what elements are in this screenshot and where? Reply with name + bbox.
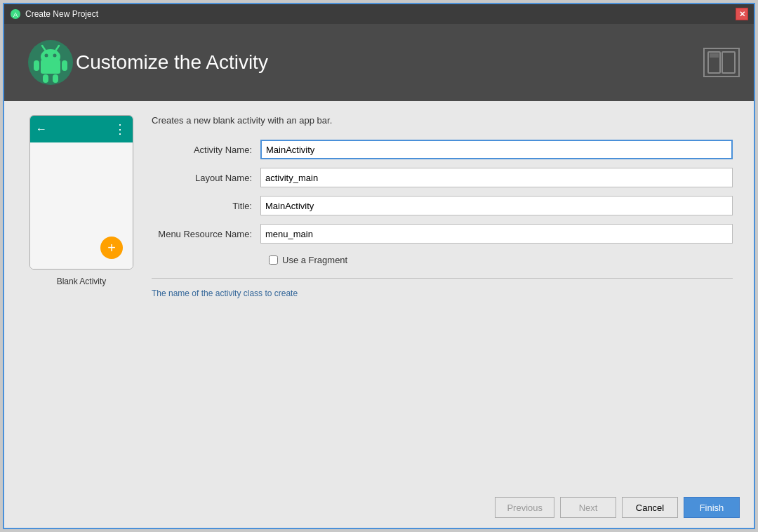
title-label: Title: [152, 201, 260, 211]
activity-name-row: Activity Name: [152, 140, 733, 159]
menu-resource-label: Menu Resource Name: [152, 229, 260, 239]
android-logo [25, 37, 76, 88]
previous-button[interactable]: Previous [495, 497, 554, 518]
header: Customize the Activity [4, 24, 754, 101]
svg-point-6 [53, 54, 57, 58]
use-fragment-checkbox[interactable] [269, 255, 278, 265]
svg-rect-15 [710, 53, 719, 58]
title-row: Title: [152, 196, 733, 215]
form-section: Creates a new blank activity with an app… [152, 115, 733, 483]
activity-name-label: Activity Name: [152, 145, 260, 155]
phone-preview: ← ⋮ + [29, 115, 133, 270]
finish-button[interactable]: Finish [684, 497, 740, 518]
close-button[interactable]: ✕ [736, 8, 748, 20]
phone-body: + [30, 142, 133, 269]
svg-rect-10 [62, 60, 67, 71]
fab-button: + [100, 237, 123, 259]
cancel-button[interactable]: Cancel [622, 497, 678, 518]
main-area: ← ⋮ + Blank Activity Creates a new blank… [25, 115, 733, 483]
title-input[interactable] [260, 196, 733, 215]
helper-text: The name of the activity class to create [152, 288, 733, 298]
svg-rect-9 [34, 60, 39, 71]
fragment-checkbox-row: Use a Fragment [269, 255, 733, 265]
back-icon: ← [36, 123, 47, 135]
svg-rect-4 [41, 60, 60, 74]
svg-rect-11 [43, 74, 48, 83]
svg-text:A: A [13, 11, 18, 18]
layout-name-input[interactable] [260, 168, 733, 187]
phone-toolbar: ← ⋮ [30, 116, 133, 142]
description-text: Creates a new blank activity with an app… [152, 115, 733, 126]
svg-point-5 [45, 54, 48, 58]
preview-section: ← ⋮ + Blank Activity [25, 115, 138, 483]
title-bar: A Create New Project ✕ [4, 4, 754, 24]
layout-name-label: Layout Name: [152, 173, 260, 183]
content-area: ← ⋮ + Blank Activity Creates a new blank… [4, 101, 754, 490]
svg-rect-14 [722, 52, 735, 73]
layout-name-row: Layout Name: [152, 168, 733, 187]
activity-name-input[interactable] [260, 140, 733, 159]
app-icon: A [10, 8, 21, 20]
footer: Previous Next Cancel Finish [4, 490, 754, 528]
svg-rect-12 [53, 74, 58, 83]
page-title: Customize the Activity [76, 51, 268, 74]
window-title: Create New Project [25, 9, 736, 19]
layout-icon [703, 48, 740, 77]
menu-resource-row: Menu Resource Name: [152, 224, 733, 244]
next-button[interactable]: Next [560, 497, 616, 518]
main-window: A Create New Project ✕ [3, 3, 755, 529]
preview-label: Blank Activity [57, 277, 107, 286]
use-fragment-label: Use a Fragment [282, 255, 347, 265]
divider [152, 278, 733, 279]
menu-dots-icon: ⋮ [114, 121, 127, 137]
menu-resource-input[interactable] [260, 224, 733, 244]
